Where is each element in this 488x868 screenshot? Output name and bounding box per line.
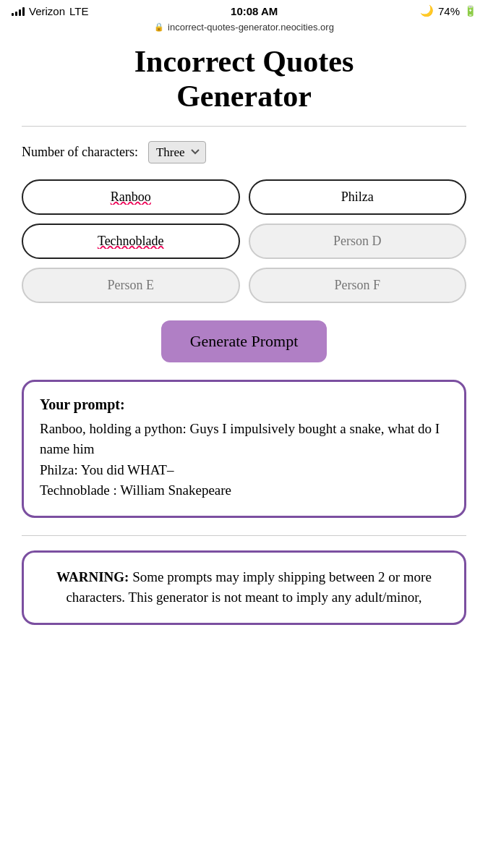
battery-label: 74%	[438, 5, 460, 17]
content-divider	[22, 535, 466, 536]
time-label: 10:08 AM	[231, 5, 278, 17]
status-left: Verizon LTE	[12, 5, 88, 17]
page-title: Incorrect Quotes Generator	[22, 44, 466, 114]
url-text: incorrect-quotes-generator.neocities.org	[168, 22, 334, 33]
warning-bold-label: WARNING:	[56, 569, 129, 584]
character-count-select[interactable]: Two Three Four Five Six	[148, 141, 206, 163]
character-input-grid	[22, 179, 466, 303]
status-bar: Verizon LTE 10:08 AM 🌙 74% 🔋	[0, 0, 488, 20]
character-input-e	[22, 268, 240, 303]
character-input-f	[249, 268, 467, 303]
battery-icon: 🔋	[464, 5, 476, 17]
prompt-label: Your prompt:	[40, 396, 448, 413]
url-bar[interactable]: 🔒 incorrect-quotes-generator.neocities.o…	[0, 20, 488, 37]
moon-icon: 🌙	[420, 4, 434, 17]
lock-icon: 🔒	[154, 22, 164, 32]
warning-box: WARNING: Some prompts may imply shipping…	[22, 550, 466, 625]
character-input-d	[249, 224, 467, 259]
character-input-c[interactable]	[22, 224, 240, 259]
network-label: LTE	[69, 5, 88, 17]
character-input-a[interactable]	[22, 179, 240, 215]
character-input-b[interactable]	[249, 179, 467, 215]
main-content: Incorrect Quotes Generator Number of cha…	[0, 37, 488, 647]
status-right: 🌙 74% 🔋	[420, 4, 476, 17]
prompt-text: Ranboo, holding a python: Guys I impulsi…	[40, 419, 448, 501]
title-divider	[22, 126, 466, 127]
generate-prompt-button[interactable]: Generate Prompt	[161, 320, 328, 362]
characters-label: Number of characters:	[22, 145, 138, 160]
carrier-label: Verizon	[29, 5, 65, 17]
prompt-box: Your prompt: Ranboo, holding a python: G…	[22, 380, 466, 518]
generate-btn-wrap: Generate Prompt	[22, 320, 466, 362]
signal-bars-icon	[12, 6, 25, 16]
characters-row: Number of characters: Two Three Four Fiv…	[22, 141, 466, 163]
